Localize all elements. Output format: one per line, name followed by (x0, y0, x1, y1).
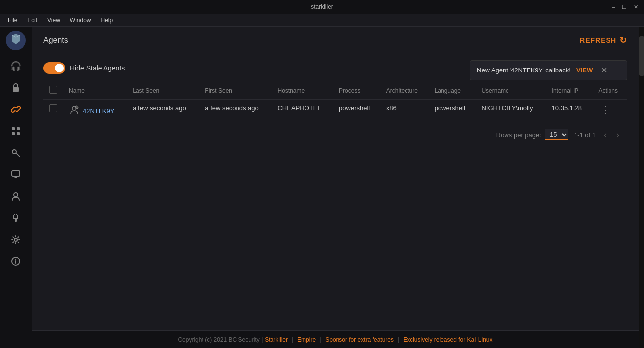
rows-per-page-control: Rows per page: 15 25 50 (496, 129, 568, 140)
rows-per-page-select[interactable]: 15 25 50 (545, 129, 568, 140)
col-architecture: Architecture (380, 82, 429, 100)
row-first-seen: a few seconds ago (199, 100, 271, 123)
footer-sep-1: | (292, 336, 293, 343)
title-bar: starkiller – ☐ ✕ (0, 0, 644, 14)
svg-rect-4 (12, 132, 15, 135)
agents-table: Name Last Seen First Seen Hostname Proce… (43, 82, 627, 123)
next-page-button[interactable]: › (614, 130, 621, 140)
maximize-btn[interactable]: ☐ (620, 4, 629, 10)
close-btn[interactable]: ✕ (632, 4, 640, 10)
menu-view[interactable]: View (43, 16, 64, 25)
svg-point-12 (14, 238, 17, 241)
agent-name-link[interactable]: 42NTFK9Y (83, 107, 114, 115)
footer-link-starkiller[interactable]: Starkiller (265, 336, 288, 343)
footer-sep-2: | (320, 336, 321, 343)
refresh-icon: ↻ (619, 35, 627, 46)
toast-notification: New Agent '42NTFK9Y' callback! VIEW ✕ (470, 60, 627, 80)
refresh-label: REFRESH (580, 36, 616, 44)
app-body: 🎧 (0, 27, 644, 348)
menu-edit[interactable]: Edit (23, 16, 41, 25)
sidebar: 🎧 (0, 27, 32, 348)
page-title: Agents (43, 36, 68, 45)
row-language: powershell (429, 100, 476, 123)
sidebar-item-lock[interactable] (6, 78, 26, 98)
row-internal-ip: 10.35.1.28 (546, 100, 593, 123)
row-checkbox-cell (43, 100, 63, 123)
row-hostname: CHEAPHOTEL (271, 100, 333, 123)
svg-point-8 (14, 193, 18, 197)
row-actions-button[interactable]: ⋮ (599, 105, 611, 115)
menu-window[interactable]: Window (66, 16, 95, 25)
scrollbar[interactable] (639, 27, 644, 348)
prev-page-button[interactable]: ‹ (602, 130, 609, 140)
user-avatar (6, 31, 26, 50)
col-username: Username (475, 82, 545, 100)
table-row: + 42NTFK9Y a few seconds ago a few secon… (43, 100, 627, 123)
pagination-row: Rows per page: 15 25 50 1-1 of 1 ‹ › (43, 123, 627, 146)
col-actions: Actions (593, 82, 627, 100)
svg-rect-3 (17, 127, 20, 130)
row-name-cell: + 42NTFK9Y (63, 100, 127, 123)
sidebar-item-grid[interactable] (6, 121, 26, 141)
toast-view-button[interactable]: VIEW (576, 67, 593, 74)
minimize-btn[interactable]: – (610, 4, 617, 10)
refresh-button[interactable]: REFRESH ↻ (580, 35, 627, 46)
footer-link-kali[interactable]: Exclusively released for Kali Linux (403, 336, 492, 343)
main-content: New Agent '42NTFK9Y' callback! VIEW ✕ Hi… (32, 54, 639, 330)
sidebar-item-settings[interactable] (6, 230, 26, 249)
col-first-seen: First Seen (199, 82, 271, 100)
toast-message: New Agent '42NTFK9Y' callback! (477, 67, 571, 74)
row-process: powershell (333, 100, 380, 123)
col-process: Process (333, 82, 380, 100)
hide-stale-toggle[interactable] (43, 62, 65, 74)
svg-point-6 (12, 150, 16, 154)
col-select-all (43, 82, 63, 100)
col-last-seen: Last Seen (127, 82, 199, 100)
row-actions-cell: ⋮ (593, 100, 627, 123)
row-last-seen: a few seconds ago (127, 100, 199, 123)
window-controls: – ☐ ✕ (610, 4, 640, 10)
sidebar-item-info[interactable] (6, 251, 26, 271)
svg-rect-7 (12, 171, 20, 176)
col-language: Language (429, 82, 476, 100)
toggle-label: Hide Stale Agents (70, 64, 125, 72)
window-title: starkiller (311, 3, 333, 10)
menu-help[interactable]: Help (97, 16, 117, 25)
svg-rect-5 (17, 132, 20, 135)
sidebar-item-plug[interactable] (6, 208, 26, 228)
svg-point-15 (15, 259, 16, 260)
row-username: NIGHTCITY\molly (475, 100, 545, 123)
footer-copyright: Copyright (c) 2021 BC Security | (178, 336, 263, 343)
sidebar-item-link[interactable] (6, 100, 26, 119)
svg-text:+: + (75, 106, 77, 109)
col-hostname: Hostname (271, 82, 333, 100)
sidebar-item-headphones[interactable]: 🎧 (6, 56, 26, 76)
row-checkbox[interactable] (49, 104, 57, 112)
agent-user-icon: + (69, 104, 80, 118)
page-header: Agents REFRESH ↻ (32, 27, 639, 54)
agent-name-group: + 42NTFK9Y (69, 104, 114, 118)
select-all-checkbox[interactable] (49, 86, 57, 94)
footer-link-empire[interactable]: Empire (297, 336, 316, 343)
footer-sep-3: | (398, 336, 399, 343)
col-name: Name (63, 82, 127, 100)
sidebar-item-key[interactable] (6, 143, 26, 163)
page-info: 1-1 of 1 (574, 131, 596, 139)
row-architecture: x86 (380, 100, 429, 123)
menu-file[interactable]: File (4, 16, 21, 25)
svg-rect-2 (12, 127, 15, 130)
rows-per-page-label: Rows per page: (496, 131, 541, 139)
footer-link-sponsor[interactable]: Sponsor for extra features (325, 336, 394, 343)
sidebar-item-chat[interactable] (6, 165, 26, 184)
sidebar-item-user[interactable] (6, 186, 26, 206)
scrollbar-thumb[interactable] (639, 36, 644, 76)
toast-close-button[interactable]: ✕ (601, 66, 607, 75)
footer: Copyright (c) 2021 BC Security | Starkil… (32, 330, 639, 348)
menu-bar: File Edit View Window Help (0, 14, 644, 27)
col-internal-ip: Internal IP (546, 82, 593, 100)
svg-rect-1 (13, 87, 19, 92)
